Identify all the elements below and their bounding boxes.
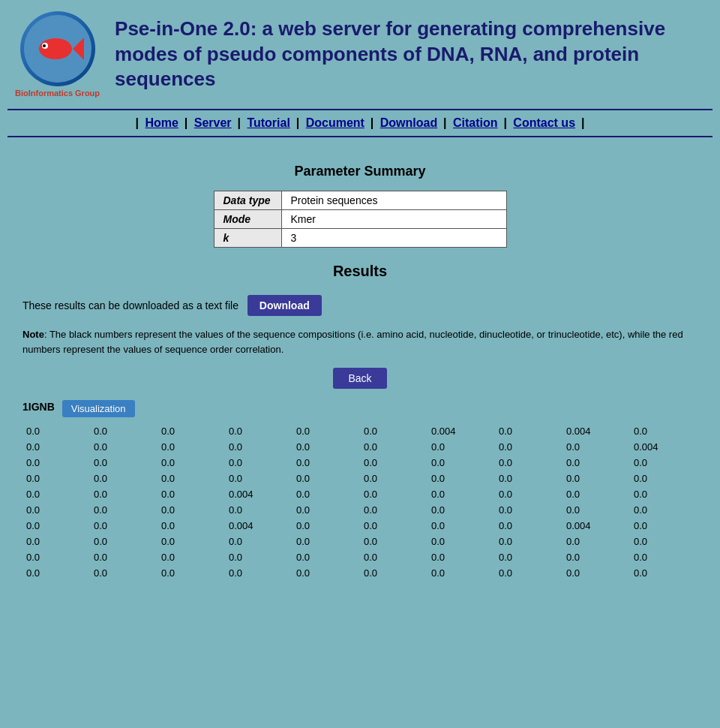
data-cell: 0.0	[292, 565, 360, 581]
nav-contact[interactable]: Contact us	[513, 116, 575, 129]
data-cell: 0.0	[90, 549, 158, 565]
data-cell: 0.0	[22, 534, 90, 549]
nav-tutorial[interactable]: Tutorial	[247, 116, 290, 129]
data-cell: 0.0	[495, 565, 562, 581]
data-cell: 0.0	[428, 439, 495, 455]
data-grid: 0.00.00.00.00.00.00.0040.00.0040.00.00.0…	[22, 423, 698, 581]
data-cell: 0.0	[292, 534, 360, 549]
visualization-button[interactable]: Visualization	[62, 400, 135, 417]
param-value-k: 3	[281, 229, 506, 248]
data-cell: 0.0	[495, 518, 562, 534]
logo-container: BioInformatics Group	[15, 11, 100, 98]
nav-separator-6: |	[503, 116, 510, 129]
data-cell: 0.0	[562, 565, 630, 581]
data-cell: 0.0	[292, 471, 360, 486]
data-cell: 0.0	[225, 439, 292, 455]
data-cell: 0.0	[562, 502, 630, 518]
data-cell: 0.004	[630, 439, 698, 455]
back-button[interactable]: Back	[333, 368, 386, 389]
nav-download[interactable]: Download	[380, 116, 437, 129]
param-row-k: k 3	[214, 229, 506, 248]
data-cell: 0.0	[495, 423, 562, 439]
download-button[interactable]: Download	[248, 295, 322, 316]
logo-text: BioInformatics Group	[15, 89, 100, 98]
data-cell: 0.0	[562, 486, 630, 502]
data-cell: 0.0	[428, 565, 495, 581]
note-content: : The black numbers represent the values…	[22, 329, 683, 355]
nav-separator-5: |	[443, 116, 450, 129]
data-cell: 0.0	[90, 565, 158, 581]
page-title: Pse-in-One 2.0: a web server for generat…	[115, 17, 705, 92]
data-cell: 0.0	[360, 439, 428, 455]
data-cell: 0.0	[90, 518, 158, 534]
sequence-header: 1IGNB Visualization	[22, 400, 698, 417]
data-cell: 0.0	[428, 502, 495, 518]
data-cell: 0.0	[90, 439, 158, 455]
nav-document[interactable]: Document	[306, 116, 364, 129]
data-cell: 0.0	[158, 455, 225, 471]
data-cell: 0.0	[630, 471, 698, 486]
nav-separator-4: |	[370, 116, 377, 129]
nav-server[interactable]: Server	[194, 116, 232, 129]
data-cell: 0.0	[292, 423, 360, 439]
data-cell: 0.0	[225, 565, 292, 581]
data-cell: 0.004	[562, 518, 630, 534]
data-cell: 0.0	[22, 565, 90, 581]
data-cell: 0.0	[630, 534, 698, 549]
param-key-datatype: Data type	[214, 191, 281, 210]
data-cell: 0.0	[360, 518, 428, 534]
param-row-mode: Mode Kmer	[214, 210, 506, 229]
data-cell: 0.0	[158, 534, 225, 549]
data-cell: 0.0	[292, 439, 360, 455]
data-cell: 0.0	[428, 471, 495, 486]
data-cell: 0.0	[22, 455, 90, 471]
data-cell: 0.0	[360, 486, 428, 502]
nav-citation[interactable]: Citation	[453, 116, 498, 129]
data-cell: 0.0	[630, 423, 698, 439]
data-cell: 0.004	[225, 486, 292, 502]
note-label: Note	[22, 329, 44, 340]
data-cell: 0.0	[630, 549, 698, 565]
data-cell: 0.0	[292, 549, 360, 565]
data-cell: 0.0	[428, 486, 495, 502]
data-cell: 0.0	[495, 439, 562, 455]
data-cell: 0.0	[495, 534, 562, 549]
nav-separator-0: |	[136, 116, 142, 129]
data-cell: 0.0	[562, 471, 630, 486]
nav-home[interactable]: Home	[146, 116, 178, 129]
download-line: These results can be downloaded as a tex…	[22, 295, 698, 316]
data-cell: 0.0	[225, 534, 292, 549]
data-cell: 0.0	[22, 471, 90, 486]
nav-separator-2: |	[237, 116, 244, 129]
navigation: | Home | Server | Tutorial | Document | …	[8, 109, 712, 137]
data-cell: 0.0	[158, 565, 225, 581]
data-cell: 0.0	[428, 549, 495, 565]
data-cell: 0.0	[360, 455, 428, 471]
data-cell: 0.0	[495, 486, 562, 502]
data-cell: 0.0	[292, 518, 360, 534]
data-cell: 0.0	[225, 455, 292, 471]
data-cell: 0.0	[225, 549, 292, 565]
param-value-datatype: Protein sequences	[281, 191, 506, 210]
data-cell: 0.0	[495, 549, 562, 565]
data-cell: 0.0	[292, 486, 360, 502]
svg-point-1	[39, 38, 72, 59]
data-cell: 0.0	[22, 502, 90, 518]
data-cell: 0.0	[158, 471, 225, 486]
data-cell: 0.0	[90, 423, 158, 439]
data-cell: 0.0	[360, 502, 428, 518]
data-cell: 0.004	[428, 423, 495, 439]
data-cell: 0.0	[158, 486, 225, 502]
data-cell: 0.0	[158, 549, 225, 565]
nav-separator-1: |	[184, 116, 191, 129]
data-cell: 0.0	[428, 534, 495, 549]
data-cell: 0.0	[562, 455, 630, 471]
parameter-table: Data type Protein sequences Mode Kmer k …	[214, 191, 507, 248]
data-cell: 0.0	[630, 455, 698, 471]
data-cell: 0.0	[360, 471, 428, 486]
nav-separator-3: |	[296, 116, 303, 129]
data-cell: 0.0	[158, 502, 225, 518]
data-cell: 0.0	[360, 565, 428, 581]
param-key-mode: Mode	[214, 210, 281, 229]
data-cell: 0.004	[225, 518, 292, 534]
